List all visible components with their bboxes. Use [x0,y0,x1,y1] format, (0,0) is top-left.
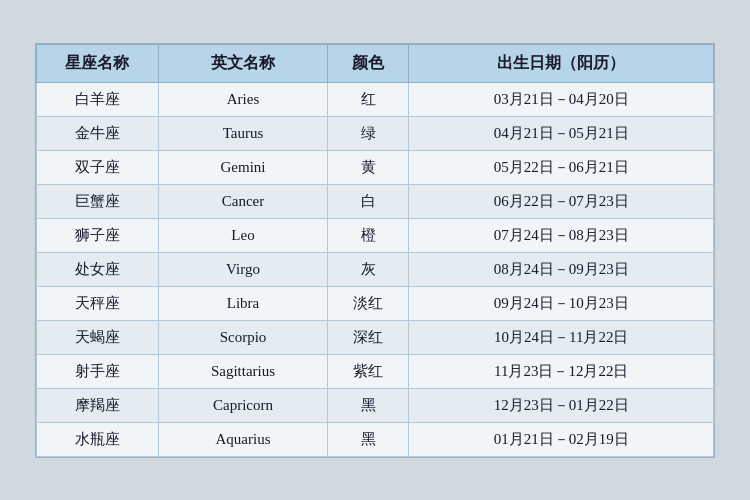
cell-chinese: 金牛座 [37,116,159,150]
cell-chinese: 射手座 [37,354,159,388]
cell-date: 10月24日－11月22日 [409,320,714,354]
table-row: 金牛座Taurus绿04月21日－05月21日 [37,116,714,150]
header-date: 出生日期（阳历） [409,44,714,82]
cell-english: Sagittarius [158,354,327,388]
table-row: 双子座Gemini黄05月22日－06月21日 [37,150,714,184]
cell-english: Aquarius [158,422,327,456]
cell-date: 01月21日－02月19日 [409,422,714,456]
cell-chinese: 白羊座 [37,82,159,116]
cell-chinese: 天秤座 [37,286,159,320]
zodiac-table-container: 星座名称 英文名称 颜色 出生日期（阳历） 白羊座Aries红03月21日－04… [35,43,715,458]
cell-chinese: 摩羯座 [37,388,159,422]
header-english: 英文名称 [158,44,327,82]
table-header-row: 星座名称 英文名称 颜色 出生日期（阳历） [37,44,714,82]
table-row: 狮子座Leo橙07月24日－08月23日 [37,218,714,252]
cell-date: 06月22日－07月23日 [409,184,714,218]
cell-english: Cancer [158,184,327,218]
table-row: 天蝎座Scorpio深红10月24日－11月22日 [37,320,714,354]
cell-english: Taurus [158,116,327,150]
cell-color: 黑 [328,388,409,422]
cell-date: 05月22日－06月21日 [409,150,714,184]
cell-date: 11月23日－12月22日 [409,354,714,388]
cell-english: Aries [158,82,327,116]
table-row: 处女座Virgo灰08月24日－09月23日 [37,252,714,286]
cell-date: 12月23日－01月22日 [409,388,714,422]
cell-chinese: 天蝎座 [37,320,159,354]
cell-color: 淡红 [328,286,409,320]
cell-chinese: 水瓶座 [37,422,159,456]
table-row: 摩羯座Capricorn黑12月23日－01月22日 [37,388,714,422]
cell-date: 08月24日－09月23日 [409,252,714,286]
cell-color: 橙 [328,218,409,252]
table-row: 白羊座Aries红03月21日－04月20日 [37,82,714,116]
cell-english: Leo [158,218,327,252]
cell-chinese: 巨蟹座 [37,184,159,218]
cell-color: 红 [328,82,409,116]
table-row: 射手座Sagittarius紫红11月23日－12月22日 [37,354,714,388]
cell-date: 09月24日－10月23日 [409,286,714,320]
cell-english: Libra [158,286,327,320]
header-color: 颜色 [328,44,409,82]
cell-chinese: 双子座 [37,150,159,184]
zodiac-table: 星座名称 英文名称 颜色 出生日期（阳历） 白羊座Aries红03月21日－04… [36,44,714,457]
cell-date: 07月24日－08月23日 [409,218,714,252]
table-row: 巨蟹座Cancer白06月22日－07月23日 [37,184,714,218]
cell-color: 黑 [328,422,409,456]
cell-chinese: 处女座 [37,252,159,286]
cell-color: 深红 [328,320,409,354]
table-row: 水瓶座Aquarius黑01月21日－02月19日 [37,422,714,456]
cell-color: 绿 [328,116,409,150]
header-chinese: 星座名称 [37,44,159,82]
cell-color: 黄 [328,150,409,184]
cell-date: 03月21日－04月20日 [409,82,714,116]
cell-english: Scorpio [158,320,327,354]
cell-date: 04月21日－05月21日 [409,116,714,150]
cell-color: 白 [328,184,409,218]
cell-english: Gemini [158,150,327,184]
cell-color: 紫红 [328,354,409,388]
table-body: 白羊座Aries红03月21日－04月20日金牛座Taurus绿04月21日－0… [37,82,714,456]
cell-chinese: 狮子座 [37,218,159,252]
cell-english: Capricorn [158,388,327,422]
cell-english: Virgo [158,252,327,286]
cell-color: 灰 [328,252,409,286]
table-row: 天秤座Libra淡红09月24日－10月23日 [37,286,714,320]
